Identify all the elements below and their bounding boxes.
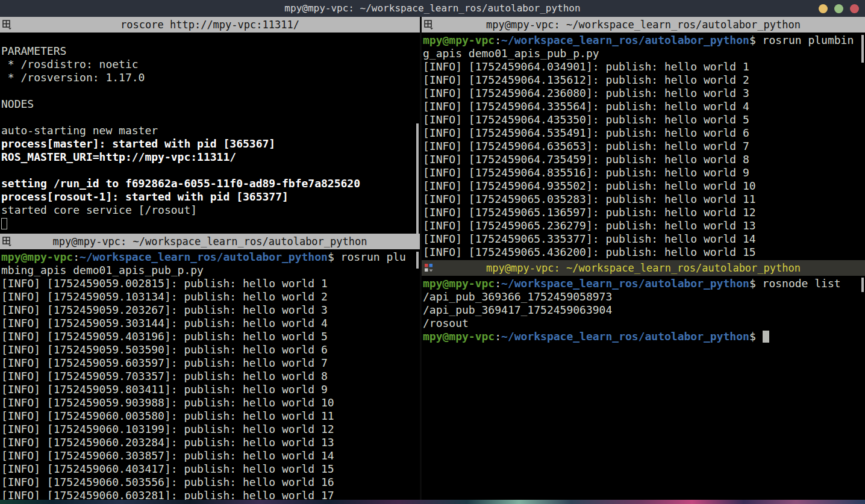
terminal-line: [INFO] [1752459060.003580]: publish: hel…: [1, 409, 420, 423]
terminator-group-icon[interactable]: [2, 20, 12, 30]
terminal-line: [INFO] [1752459060.403417]: publish: hel…: [1, 462, 420, 476]
terminal-line: [INFO] [1752459059.403196]: publish: hel…: [1, 330, 420, 343]
terminal-line: [INFO] [1752459060.603281]: publish: hel…: [1, 489, 420, 500]
terminal-cursor: [763, 331, 769, 343]
scrollbar-thumb[interactable]: [861, 278, 864, 292]
terminal-line: [INFO] [1752459065.035283]: publish: hel…: [423, 193, 865, 206]
terminal-line: * /rosdistro: noetic: [1, 58, 420, 71]
terminal-line: [INFO] [1752459059.002815]: publish: hel…: [1, 277, 420, 290]
terminal-output-publisher-1[interactable]: mpy@mpy-vpc:~/workspace_learn_ros/autola…: [0, 249, 420, 500]
terminal-line: [1, 111, 420, 124]
terminal-line: [INFO] [1752459064.135612]: publish: hel…: [423, 73, 865, 87]
window-controls: [819, 0, 859, 17]
terminal-line: /api_pub_369366_1752459058973: [423, 290, 865, 303]
pane-title: mpy@mpy-vpc: ~/workspace_learn_ros/autol…: [422, 260, 865, 276]
terminal-output-roscore[interactable]: PARAMETERS * /rosdistro: noetic * /rosve…: [0, 33, 420, 234]
terminal-line: [INFO] [1752459064.435350]: publish: hel…: [423, 113, 865, 126]
terminator-workspace: roscore http://mpy-vpc:11311/ PARAMETERS…: [0, 17, 865, 500]
terminal-line: [INFO] [1752459065.236279]: publish: hel…: [423, 219, 865, 232]
terminal-line: /api_pub_369417_1752459063904: [423, 303, 865, 317]
right-column: mpy@mpy-vpc: ~/workspace_learn_ros/autol…: [422, 17, 865, 500]
terminal-line: [INFO] [1752459059.603597]: publish: hel…: [1, 356, 420, 370]
terminal-line: * /rosversion: 1.17.0: [1, 71, 420, 84]
terminator-group-icon[interactable]: [424, 20, 434, 30]
pane-header-publisher-1[interactable]: mpy@mpy-vpc: ~/workspace_learn_ros/autol…: [0, 234, 420, 249]
terminal-line: [INFO] [1752459064.535491]: publish: hel…: [423, 126, 865, 140]
terminal-line: [1, 84, 420, 98]
terminal-line: [INFO] [1752459065.136597]: publish: hel…: [423, 206, 865, 219]
terminal-line: [INFO] [1752459060.103199]: publish: hel…: [1, 423, 420, 436]
terminal-line: [1, 217, 420, 230]
left-column: roscore http://mpy-vpc:11311/ PARAMETERS…: [0, 17, 420, 500]
terminal-line: [INFO] [1752459059.303144]: publish: hel…: [1, 317, 420, 330]
terminal-line: PARAMETERS: [1, 45, 420, 58]
window-titlebar[interactable]: mpy@mpy-vpc: ~/workspace_learn_ros/autol…: [0, 0, 865, 17]
terminal-cursor: [1, 218, 7, 229]
terminal-pane-roscore: roscore http://mpy-vpc:11311/ PARAMETERS…: [0, 17, 420, 234]
window-maximize-button[interactable]: [834, 4, 843, 13]
desktop-wallpaper-strip: [0, 500, 865, 504]
scrollbar-thumb[interactable]: [861, 35, 864, 63]
terminal-line: [INFO] [1752459064.935502]: publish: hel…: [423, 179, 865, 193]
terminal-line: mpy@mpy-vpc:~/workspace_learn_ros/autola…: [423, 34, 865, 47]
terminal-line: [INFO] [1752459060.503556]: publish: hel…: [1, 476, 420, 489]
terminal-line: started core service [/rosout]: [1, 204, 420, 217]
terminal-line: [INFO] [1752459059.803411]: publish: hel…: [1, 383, 420, 396]
pane-title: mpy@mpy-vpc: ~/workspace_learn_ros/autol…: [0, 234, 420, 249]
terminal-line: [INFO] [1752459059.203267]: publish: hel…: [1, 303, 420, 317]
terminal-line: NODES: [1, 98, 420, 111]
terminal-line: setting /run_id to f692862a-6055-11f0-ad…: [1, 177, 420, 190]
window-minimize-button[interactable]: [819, 4, 828, 13]
window-title: mpy@mpy-vpc: ~/workspace_learn_ros/autol…: [0, 0, 865, 17]
pane-title: roscore http://mpy-vpc:11311/: [0, 17, 420, 33]
scrollbar-thumb[interactable]: [416, 123, 419, 234]
terminal-line: [INFO] [1752459059.103134]: publish: hel…: [1, 290, 420, 303]
terminal-line: g_apis demo01_apis_pub_p.py: [423, 47, 865, 60]
terminal-line: [INFO] [1752459064.835516]: publish: hel…: [423, 166, 865, 179]
terminal-line: mbing_apis demo01_apis_pub_p.py: [1, 264, 420, 277]
terminal-line: [INFO] [1752459059.503590]: publish: hel…: [1, 343, 420, 356]
terminal-line: process[master]: started with pid [36536…: [1, 137, 420, 151]
terminal-output-publisher-2[interactable]: mpy@mpy-vpc:~/workspace_learn_ros/autola…: [422, 33, 865, 260]
terminal-line: /rosout: [423, 317, 865, 330]
terminator-group-icon-focused[interactable]: [424, 263, 434, 273]
window-close-button[interactable]: [850, 4, 859, 13]
terminal-line: process[rosout-1]: started with pid [365…: [1, 190, 420, 204]
terminal-pane-publisher-2: mpy@mpy-vpc: ~/workspace_learn_ros/autol…: [422, 17, 865, 260]
terminal-line: mpy@mpy-vpc:~/workspace_learn_ros/autola…: [423, 277, 865, 290]
terminal-line: [INFO] [1752459065.436200]: publish: hel…: [423, 246, 865, 259]
terminal-line: mpy@mpy-vpc:~/workspace_learn_ros/autola…: [423, 330, 865, 343]
terminal-line: [1, 164, 420, 177]
terminal-line: [INFO] [1752459059.903988]: publish: hel…: [1, 396, 420, 409]
scrollbar-thumb[interactable]: [416, 252, 419, 269]
terminal-line: [INFO] [1752459060.203284]: publish: hel…: [1, 436, 420, 449]
terminator-group-icon[interactable]: [2, 237, 12, 246]
terminal-line: ROS_MASTER_URI=http://mpy-vpc:11311/: [1, 151, 420, 164]
terminal-pane-publisher-1: mpy@mpy-vpc: ~/workspace_learn_ros/autol…: [0, 234, 420, 500]
terminal-pane-rosnode: mpy@mpy-vpc: ~/workspace_learn_ros/autol…: [422, 260, 865, 500]
pane-title: mpy@mpy-vpc: ~/workspace_learn_ros/autol…: [422, 17, 865, 33]
pane-header-publisher-2[interactable]: mpy@mpy-vpc: ~/workspace_learn_ros/autol…: [422, 17, 865, 33]
terminal-line: auto-starting new master: [1, 124, 420, 137]
terminal-line: [INFO] [1752459064.635653]: publish: hel…: [423, 140, 865, 153]
pane-header-rosnode[interactable]: mpy@mpy-vpc: ~/workspace_learn_ros/autol…: [422, 260, 865, 276]
terminal-output-rosnode[interactable]: mpy@mpy-vpc:~/workspace_learn_ros/autola…: [422, 276, 865, 500]
terminal-line: [INFO] [1752459059.703357]: publish: hel…: [1, 370, 420, 383]
terminal-line: [INFO] [1752459064.335564]: publish: hel…: [423, 100, 865, 113]
pane-header-roscore[interactable]: roscore http://mpy-vpc:11311/: [0, 17, 420, 33]
terminal-line: mpy@mpy-vpc:~/workspace_learn_ros/autola…: [1, 250, 420, 264]
terminal-line: [INFO] [1752459064.034901]: publish: hel…: [423, 60, 865, 73]
terminal-line: [INFO] [1752459064.236080]: publish: hel…: [423, 87, 865, 100]
terminal-line: [INFO] [1752459065.335377]: publish: hel…: [423, 232, 865, 246]
terminal-line: [INFO] [1752459064.735459]: publish: hel…: [423, 153, 865, 166]
terminal-line: [INFO] [1752459060.303857]: publish: hel…: [1, 449, 420, 462]
